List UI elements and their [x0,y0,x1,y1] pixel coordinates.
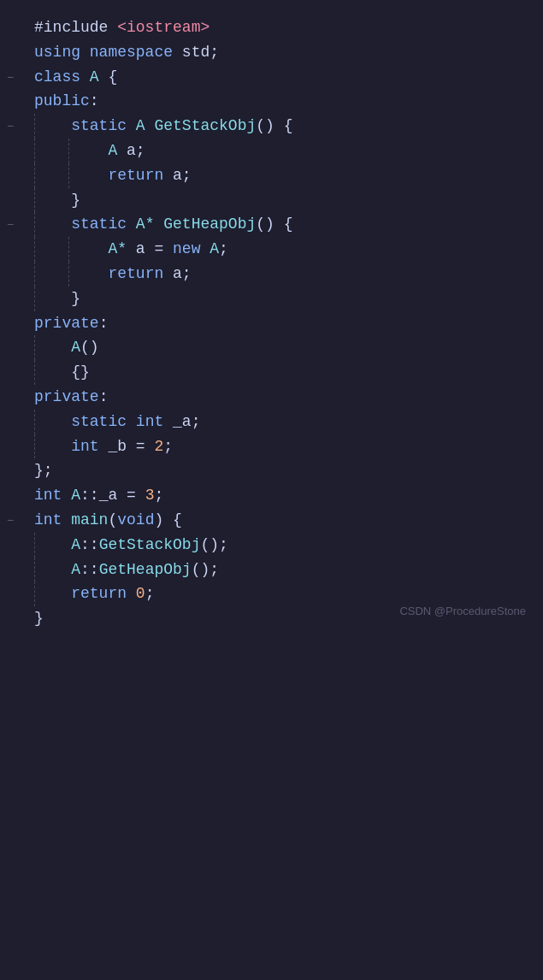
code-line: A::GetHeapObj(); [21,558,529,582]
token: } [34,290,80,307]
token: <iostream> [117,19,210,36]
token: #include [34,19,117,36]
line-tokens: private: [34,385,108,410]
token: ( [108,511,117,528]
fold-icon[interactable]: − [7,215,14,234]
token [34,585,71,602]
line-tokens: return 0; [34,582,154,606]
token: return [108,167,173,184]
token: 3 [145,487,155,504]
token: A [71,487,80,504]
token: private [34,388,99,405]
line-tokens: public: [34,89,99,114]
line-tokens: static A* GetHeapObj() { [34,212,293,237]
token: static [34,215,136,233]
token [34,339,71,356]
token: A [71,339,80,356]
token: () { [256,215,292,233]
watermark: CSDN @ProcedureStone [399,603,526,621]
code-line: }; [21,458,529,483]
line-tokens: A::GetHeapObj(); [34,558,219,582]
line-tokens: {} [34,360,90,385]
fold-icon[interactable]: − [7,117,14,136]
token: class [34,68,90,86]
token: : [99,315,109,332]
token: :: [80,536,99,553]
code-line: int A::_a = 3; [21,483,529,508]
code-line: {} [21,360,529,385]
token: 2 [154,438,163,455]
token: A [90,68,99,86]
line-tokens: int A::_a = 3; [34,483,163,508]
code-line: private: [21,385,529,410]
token: : [90,92,99,109]
token: namespace [90,44,182,61]
token: a; [173,167,192,184]
token: static [34,413,136,430]
fold-icon[interactable]: − [7,68,14,87]
token: { [99,68,118,86]
token: (); [200,536,227,553]
token: A [136,117,145,134]
token: A [210,240,219,257]
token: int [136,413,163,430]
code-line: A a; [21,139,529,163]
token: ; [145,585,155,602]
code-line: −class A { [21,65,529,90]
token: 0 [136,585,145,602]
code-line: private: [21,311,529,336]
line-tokens: A() [34,335,99,360]
code-lines: #include <iostream>using namespace std;−… [21,15,529,631]
line-tokens: } [34,606,44,631]
token: GetStackObj [99,536,201,553]
code-line: } [21,286,529,311]
code-line: using namespace std; [21,40,529,65]
token: A [71,561,80,578]
token: return [108,265,173,282]
line-tokens: A::GetStackObj(); [34,533,228,558]
line-tokens: return a; [34,262,192,286]
line-tokens: int main(void) { [34,508,182,533]
token [145,117,155,134]
code-line: return a; [21,163,529,188]
line-tokens: A a; [34,139,145,163]
code-line: A::GetStackObj(); [21,533,529,558]
code-line: A() [21,335,529,360]
token [34,561,71,578]
code-line: −int main(void) { [21,508,529,533]
line-tokens: A* a = new A; [34,237,228,262]
token: _a; [163,413,200,430]
line-tokens: class A { [34,65,117,90]
token: int [71,438,98,455]
token: public [34,92,90,109]
line-tokens: private: [34,311,108,336]
token: GetStackObj [154,117,256,134]
token: ) { [154,511,181,528]
code-line: A* a = new A; [21,237,529,262]
token [62,511,71,528]
line-tokens: #include <iostream> [34,15,210,40]
token: ; [210,44,219,61]
token: private [34,315,99,332]
token [34,167,108,184]
token: A* [136,215,155,233]
token: () [80,339,99,356]
line-tokens: }; [34,458,53,483]
fold-icon[interactable]: − [7,511,14,530]
token: = [117,487,145,504]
token: return [71,585,136,602]
token: {} [34,363,90,381]
code-line: int _b = 2; [21,434,529,459]
token [34,142,108,159]
token: A [71,536,80,553]
token: GetHeapObj [99,561,192,578]
code-line: } [21,188,529,213]
code-line: − static A GetStackObj() { [21,114,529,139]
code-line: − static A* GetHeapObj() { [21,212,529,237]
code-line: return a; [21,262,529,286]
token [34,536,71,553]
line-tokens: static int _a; [34,410,200,434]
token: a; [173,265,192,282]
line-tokens: return a; [34,163,192,188]
line-tokens: using namespace std; [34,40,219,65]
